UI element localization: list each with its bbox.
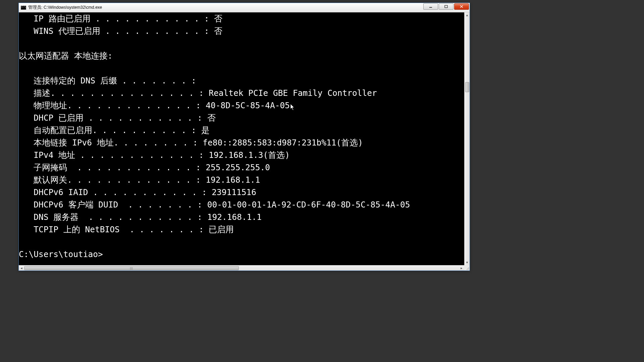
minimize-icon [429,5,432,8]
horizontal-scroll-thumb[interactable] [24,266,239,270]
scroll-right-button[interactable]: ▶ [459,265,464,270]
vertical-scrollbar[interactable]: ▲ ▼ [464,12,470,265]
window-title: 管理员: C:\Windows\system32\cmd.exe [28,5,423,10]
svg-rect-1 [445,5,447,8]
minimize-button[interactable] [423,3,438,10]
cmd-icon [21,6,26,10]
resize-grip[interactable] [464,265,470,270]
maximize-icon [444,5,448,8]
terminal-body[interactable]: IP 路由已启用 . . . . . . . . . . . : 否 WINS … [19,12,464,265]
horizontal-scrollbar[interactable]: ◀ ▶ [19,265,464,270]
titlebar[interactable]: 管理员: C:\Windows\system32\cmd.exe [19,3,470,12]
terminal-output: IP 路由已启用 . . . . . . . . . . . : 否 WINS … [19,12,464,260]
scroll-left-button[interactable]: ◀ [19,265,24,270]
scroll-down-button[interactable]: ▼ [465,260,470,265]
vertical-scroll-thumb[interactable] [465,82,469,92]
scroll-up-button[interactable]: ▲ [465,12,470,18]
maximize-button[interactable] [439,3,453,10]
close-icon [460,5,463,8]
close-button[interactable] [454,3,469,10]
window-controls [423,3,469,12]
cmd-window: 管理员: C:\Windows\system32\cmd.exe IP 路由已启… [18,3,470,271]
